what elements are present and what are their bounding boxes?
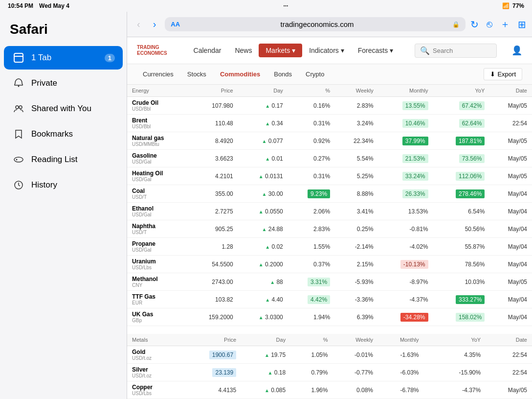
date-cell: May/04 — [489, 220, 532, 238]
pct-cell: 1.55% — [288, 238, 335, 256]
metal-name-cell: Gold USD/t.oz — [127, 346, 182, 364]
date-cell: May/05 — [489, 167, 532, 185]
weekly-cell: -0.01% — [332, 346, 378, 364]
yoy-cell: 278.46% — [433, 185, 490, 203]
date-cell: May/04 — [489, 308, 532, 326]
date-cell: 22:54 — [489, 115, 532, 132]
price-cell: 355.00 — [188, 185, 238, 203]
monthly-cell: 21.53% — [378, 150, 433, 167]
pct-cell: 2.83% — [288, 220, 335, 238]
col-monthly-m: Monthly — [378, 334, 423, 346]
sidebar-item-history[interactable]: History — [4, 173, 123, 197]
table-row: UK Gas GBp 159.2000 ▲ 3.0300 1.94% 6.39%… — [127, 308, 532, 326]
pct-cell: 9.23% — [288, 185, 335, 203]
date-cell: May/05 — [489, 97, 532, 115]
subnav-stocks[interactable]: Stocks — [181, 69, 212, 80]
bookmarks-label: Bookmarks — [31, 129, 73, 139]
col-monthly: Monthly — [378, 85, 433, 97]
table-row: Ethanol USD/Gal 2.7275 ▲ 0.0550 2.06% 3.… — [127, 203, 532, 220]
monthly-cell: 37.99% — [378, 132, 433, 150]
yoy-cell: 50.56% — [433, 220, 490, 238]
forward-button[interactable]: › — [149, 17, 160, 32]
tabs-button[interactable]: ⊞ — [518, 19, 526, 30]
price-cell: 1.28 — [188, 238, 238, 256]
subnav-bonds[interactable]: Bonds — [268, 69, 298, 80]
sidebar-item-bookmarks[interactable]: Bookmarks — [4, 122, 123, 146]
table-row: Gasoline USD/Gal 3.6623 ▲ 0.01 0.27% 5.5… — [127, 150, 532, 167]
nav-forecasts[interactable]: Forecasts ▾ — [351, 44, 400, 57]
weekly-cell: 22.34% — [335, 132, 378, 150]
time: 10:54 PM — [8, 2, 33, 9]
commodity-name-cell: Uranium USD/Lbs — [127, 256, 188, 273]
site-nav: Calendar News Markets ▾ Indicators ▾ For… — [182, 44, 405, 57]
subnav-currencies[interactable]: Currencies — [137, 69, 179, 80]
table-row: Heating Oil USD/Gal 4.2101 ▲ 0.0131 0.31… — [127, 167, 532, 185]
commodity-name-cell: Methanol CNY — [127, 273, 188, 291]
bookmarks-icon — [12, 127, 25, 141]
weekly-cell: -0.77% — [332, 364, 378, 381]
table-row: Uranium USD/Lbs 54.5500 ▲ 0.2000 0.37% 2… — [127, 256, 532, 273]
price-cell: 110.48 — [188, 115, 238, 132]
logo: TRADING ECONOMICS — [137, 45, 167, 56]
reload-button[interactable]: ↻ — [470, 19, 479, 30]
subnav-crypto[interactable]: Crypto — [300, 69, 330, 80]
weekly-cell: -2.14% — [335, 238, 378, 256]
sidebar-item-reading-list[interactable]: Reading List — [4, 148, 123, 171]
reading-list-label: Reading List — [31, 155, 78, 164]
nav-calendar[interactable]: Calendar — [187, 44, 228, 57]
commodity-name-cell: Naphtha USD/T — [127, 220, 188, 238]
subnav-commodities[interactable]: Commodities — [214, 69, 266, 80]
price-cell: 2743.00 — [188, 273, 238, 291]
pct-cell: 1.96% — [290, 381, 332, 399]
weekly-cell: 6.39% — [335, 308, 378, 326]
date-cell: 22:54 — [486, 364, 532, 381]
weekly-cell: -5.93% — [335, 273, 378, 291]
monthly-cell: -6.78% — [378, 381, 423, 399]
metals-header-row: Metals Price Day % Weekly Monthly YoY Da… — [127, 334, 532, 346]
col-weekly-m: Weekly — [332, 334, 378, 346]
private-label: Private — [31, 78, 57, 88]
monthly-cell: 13.55% — [378, 97, 433, 115]
price-cell: 2.7275 — [188, 203, 238, 220]
pct-cell: 0.31% — [288, 115, 335, 132]
status-left: 10:54 PM Wed May 4 — [8, 2, 69, 9]
search-input[interactable] — [433, 47, 491, 54]
sub-nav: Currencies Stocks Commodities Bonds Cryp… — [127, 64, 532, 85]
weekly-cell: 3.24% — [335, 115, 378, 132]
yoy-cell: 158.02% — [433, 308, 490, 326]
export-button[interactable]: ⬇ Export — [484, 68, 522, 80]
new-tab-button[interactable]: ＋ — [500, 18, 510, 31]
aa-label[interactable]: AA — [171, 21, 180, 28]
sidebar-item-shared[interactable]: Shared with You — [4, 97, 123, 120]
sidebar-item-one-tab[interactable]: 1 Tab 1 — [4, 46, 123, 70]
day-cell: ▲ 0.18 — [241, 364, 290, 381]
table-row: Silver USD/t.oz 23.139 ▲ 0.18 0.79% -0.7… — [127, 364, 532, 381]
pct-cell: 0.31% — [288, 167, 335, 185]
date-cell: May/05 — [486, 381, 532, 399]
day-cell: ▲ 30.00 — [238, 185, 288, 203]
col-weekly: Weekly — [335, 85, 378, 97]
date-cell: 22:54 — [486, 346, 532, 364]
col-pct: % — [288, 85, 335, 97]
nav-indicators[interactable]: Indicators ▾ — [302, 44, 351, 57]
nav-news[interactable]: News — [228, 44, 259, 57]
sidebar-item-private[interactable]: Private — [4, 71, 123, 95]
day-cell: ▲ 0.085 — [241, 381, 290, 399]
col-yoy-m: YoY — [423, 334, 486, 346]
url-display: tradingeconomics.com — [185, 20, 449, 28]
metal-name-cell: Silver USD/t.oz — [127, 364, 182, 381]
monthly-cell: -8.97% — [378, 273, 433, 291]
day-cell: ▲ 3.0300 — [238, 308, 288, 326]
monthly-cell: 33.24% — [378, 167, 433, 185]
address-bar[interactable]: AA tradingeconomics.com 🔒 — [165, 17, 466, 31]
back-button[interactable]: ‹ — [133, 17, 144, 32]
energy-table: Energy Price Day % Weekly Monthly YoY Da… — [127, 85, 532, 326]
pct-cell: 3.31% — [288, 273, 335, 291]
weekly-cell: -3.36% — [335, 291, 378, 308]
price-cell: 103.82 — [188, 291, 238, 308]
share-button[interactable]: ⎋ — [487, 19, 492, 30]
day-cell: ▲ 0.34 — [238, 115, 288, 132]
nav-markets[interactable]: Markets ▾ — [259, 44, 302, 57]
table-row: Crude Oil USD/Bbl 107.980 ▲ 0.17 0.16% 2… — [127, 97, 532, 115]
pct-cell: 0.27% — [288, 150, 335, 167]
